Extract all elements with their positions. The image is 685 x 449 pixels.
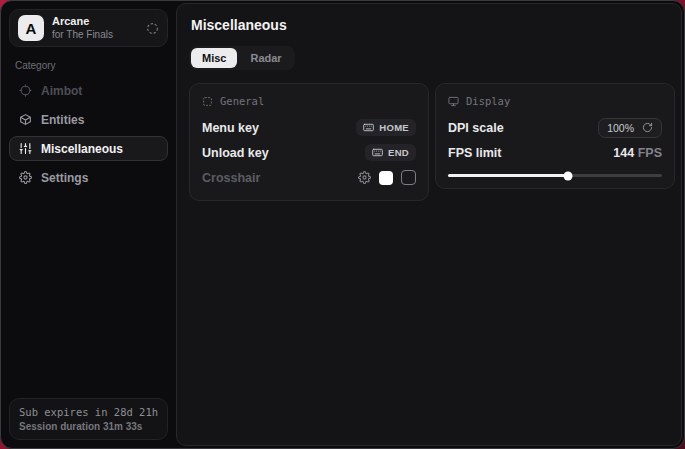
display-card-header: Display (448, 95, 662, 107)
app-name: Arcane (52, 15, 113, 28)
keyboard-icon (363, 122, 374, 133)
general-card-title: General (220, 95, 264, 107)
dpi-scale-badge[interactable]: 100% (598, 118, 662, 138)
unload-key-row: Unload key END (202, 141, 416, 164)
unload-key-bind-button[interactable]: END (365, 144, 416, 161)
category-label: Category (15, 60, 162, 71)
menu-key-bind-button[interactable]: HOME (356, 119, 416, 136)
fps-slider-thumb[interactable] (563, 171, 572, 180)
dpi-scale-row: DPI scale 100% (448, 116, 662, 139)
circle-dashed-icon[interactable] (146, 22, 159, 35)
fps-limit-label: FPS limit (448, 146, 501, 160)
crosshair-icon (19, 84, 32, 97)
sub-expires-text: Sub expires in 28d 21h (19, 406, 158, 418)
keyboard-icon (372, 147, 383, 158)
menu-key-label: Menu key (202, 121, 259, 135)
tab-bar: Misc Radar (189, 46, 295, 70)
sidebar-item-settings[interactable]: Settings (9, 165, 168, 190)
cards-row: General Menu key HOME Unload key (189, 83, 669, 201)
gear-icon[interactable] (358, 171, 371, 184)
dpi-scale-label: DPI scale (448, 121, 504, 135)
crosshair-label: Crosshair (202, 171, 260, 185)
crosshair-color-swatch[interactable] (379, 171, 393, 185)
monitor-icon (448, 96, 459, 107)
menu-key-row: Menu key HOME (202, 116, 416, 139)
crosshair-checkbox[interactable] (401, 170, 416, 185)
tab-radar[interactable]: Radar (239, 48, 292, 68)
dashed-square-icon (202, 96, 213, 107)
display-card: Display DPI scale 100% (435, 83, 675, 189)
unload-key-label: Unload key (202, 146, 269, 160)
sidebar-item-label: Miscellaneous (41, 142, 123, 156)
page-title: Miscellaneous (191, 17, 669, 33)
display-card-title: Display (466, 95, 510, 107)
sidebar-item-label: Aimbot (41, 84, 82, 98)
fps-limit-value: 144 FPS (613, 146, 662, 160)
sidebar-item-miscellaneous[interactable]: Miscellaneous (9, 136, 168, 161)
fps-limit-row: FPS limit 144 FPS (448, 141, 662, 164)
sidebar-item-label: Entities (41, 113, 84, 127)
sidebar-nav: Aimbot Entities Miscellaneous (9, 78, 168, 190)
crosshair-row: Crosshair (202, 166, 416, 189)
app-window: A Arcane for The Finals Category Aimbot (0, 0, 685, 449)
app-logo: A (18, 15, 44, 41)
main-panel: Miscellaneous Misc Radar General Menu ke… (176, 3, 682, 446)
brand-card: A Arcane for The Finals (9, 9, 168, 47)
sidebar: A Arcane for The Finals Category Aimbot (1, 1, 176, 448)
app-subtitle: for The Finals (52, 29, 113, 41)
session-duration-text: Session duration 31m 33s (19, 421, 158, 432)
sliders-icon (19, 142, 32, 155)
refresh-icon[interactable] (642, 122, 653, 133)
sidebar-item-label: Settings (41, 171, 88, 185)
tab-misc[interactable]: Misc (191, 48, 237, 68)
dpi-scale-value: 100% (607, 122, 634, 134)
fps-unit: FPS (638, 146, 662, 160)
brand-text: Arcane for The Finals (52, 15, 113, 40)
menu-key-value: HOME (379, 122, 409, 133)
general-card-header: General (202, 95, 416, 107)
gear-icon (19, 171, 32, 184)
unload-key-value: END (388, 147, 409, 158)
sidebar-item-aimbot[interactable]: Aimbot (9, 78, 168, 103)
sidebar-item-entities[interactable]: Entities (9, 107, 168, 132)
general-card: General Menu key HOME Unload key (189, 83, 429, 201)
subscription-info-card: Sub expires in 28d 21h Session duration … (9, 398, 168, 440)
crosshair-controls (358, 170, 416, 185)
cube-icon (19, 113, 32, 126)
fps-slider-fill (448, 174, 568, 177)
fps-limit-slider[interactable] (448, 174, 662, 177)
fps-number: 144 (613, 146, 634, 160)
